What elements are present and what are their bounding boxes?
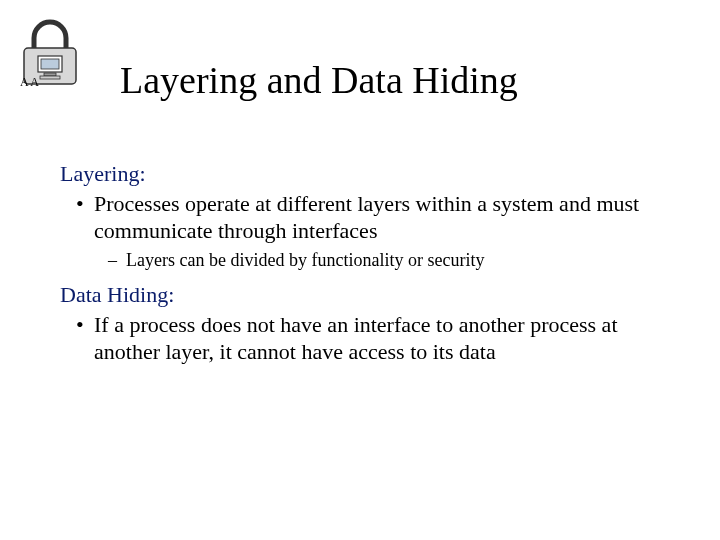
bullet-text: If a process does not have an interface …	[94, 311, 680, 366]
bullet-text: Processes operate at different layers wi…	[94, 190, 680, 245]
sub-bullet-item: – Layers can be divided by functionality…	[108, 249, 680, 272]
section-heading-datahiding: Data Hiding:	[60, 281, 680, 309]
bullet-marker: •	[72, 311, 94, 339]
section-heading-layering: Layering:	[60, 160, 680, 188]
padlock-computer-logo-icon: A A	[18, 18, 82, 90]
svg-rect-4	[40, 76, 60, 79]
svg-rect-3	[44, 73, 56, 76]
bullet-item: • Processes operate at different layers …	[72, 190, 680, 245]
slide-body: Layering: • Processes operate at differe…	[60, 160, 680, 370]
dash-marker: –	[108, 249, 126, 272]
slide-title: Layering and Data Hiding	[120, 58, 518, 102]
bullet-item: • If a process does not have an interfac…	[72, 311, 680, 366]
bullet-marker: •	[72, 190, 94, 218]
sub-bullet-text: Layers can be divided by functionality o…	[126, 249, 484, 272]
svg-rect-2	[41, 59, 59, 69]
svg-text:A A: A A	[20, 75, 39, 89]
